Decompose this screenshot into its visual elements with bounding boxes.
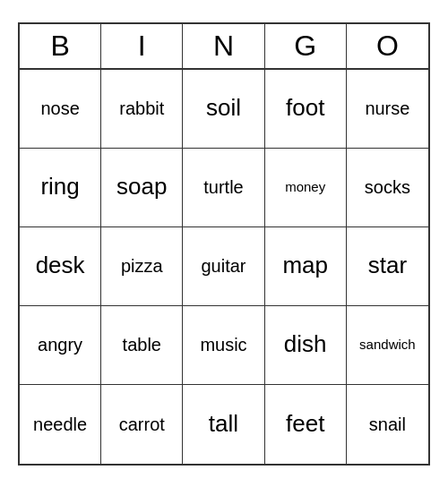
cell-text: money [285, 179, 325, 195]
cell-text: tall [209, 410, 238, 438]
cell-text: table [123, 334, 161, 355]
header-letter-O: O [347, 24, 428, 68]
bingo-cell-r1-c4: socks [347, 149, 428, 227]
bingo-cell-r2-c2: guitar [183, 227, 264, 306]
cell-text: nose [40, 98, 79, 119]
cell-text: socks [365, 176, 410, 198]
cell-text: nurse [365, 98, 409, 119]
bingo-cell-r1-c3: money [265, 149, 347, 227]
bingo-cell-r1-c0: ring [20, 149, 101, 227]
bingo-cell-r4-c3: feet [265, 385, 347, 464]
bingo-cell-r0-c0: nose [20, 70, 101, 149]
bingo-cell-r2-c0: desk [20, 227, 101, 306]
bingo-card: BINGO noserabbitsoilfootnurseringsoaptur… [18, 22, 430, 466]
bingo-cell-r2-c3: map [265, 227, 347, 306]
cell-text: foot [286, 94, 324, 122]
bingo-cell-r0-c3: foot [265, 70, 347, 149]
cell-text: needle [33, 414, 87, 435]
header-letter-N: N [183, 24, 264, 68]
cell-text: desk [36, 252, 85, 279]
bingo-cell-r3-c1: table [101, 306, 183, 385]
bingo-header: BINGO [20, 24, 428, 70]
bingo-cell-r3-c3: dish [265, 306, 347, 385]
cell-text: soap [116, 173, 167, 201]
cell-text: soil [206, 94, 241, 122]
bingo-cell-r4-c0: needle [20, 385, 101, 464]
bingo-cell-r1-c2: turtle [183, 149, 264, 227]
bingo-cell-r4-c4: snail [347, 385, 428, 464]
cell-text: guitar [201, 255, 246, 277]
header-letter-G: G [265, 24, 347, 68]
bingo-cell-r4-c2: tall [183, 385, 264, 464]
cell-text: ring [40, 173, 79, 201]
bingo-cell-r3-c2: music [183, 306, 264, 385]
bingo-cell-r0-c4: nurse [347, 70, 428, 149]
cell-text: dish [284, 330, 327, 358]
cell-text: music [200, 334, 246, 355]
cell-text: angry [38, 334, 82, 355]
bingo-cell-r3-c4: sandwich [347, 306, 428, 385]
bingo-cell-r2-c1: pizza [101, 227, 183, 306]
header-letter-I: I [101, 24, 183, 68]
cell-text: carrot [119, 414, 165, 435]
bingo-cell-r2-c4: star [347, 227, 428, 306]
bingo-cell-r1-c1: soap [101, 149, 183, 227]
header-letter-B: B [20, 24, 101, 68]
cell-text: pizza [121, 255, 163, 277]
cell-text: sandwich [359, 337, 416, 353]
bingo-cell-r4-c1: carrot [101, 385, 183, 464]
bingo-cell-r0-c1: rabbit [101, 70, 183, 149]
bingo-cell-r0-c2: soil [183, 70, 264, 149]
cell-text: turtle [203, 176, 243, 198]
cell-text: feet [286, 410, 324, 438]
cell-text: map [282, 252, 328, 279]
bingo-grid: noserabbitsoilfootnurseringsoapturtlemon… [20, 70, 428, 464]
cell-text: snail [369, 414, 406, 435]
cell-text: star [368, 252, 407, 279]
cell-text: rabbit [119, 98, 164, 119]
bingo-cell-r3-c0: angry [20, 306, 101, 385]
